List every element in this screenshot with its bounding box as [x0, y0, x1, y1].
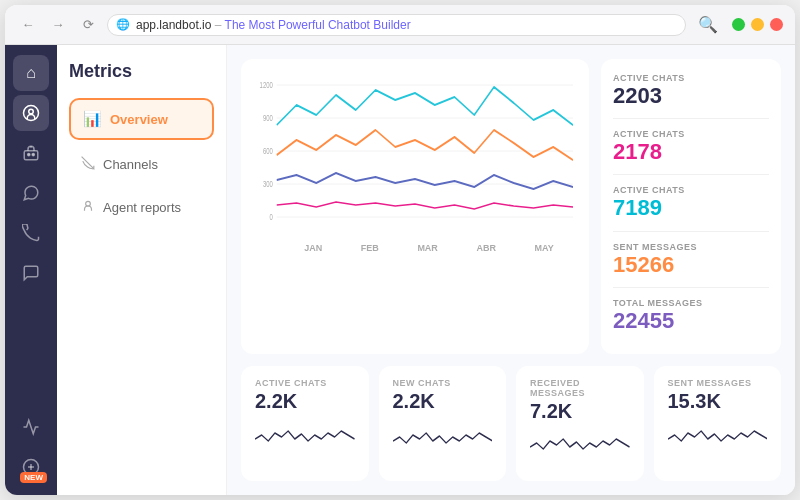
- stat-divider-3: [613, 287, 769, 288]
- svg-text:900: 900: [263, 113, 273, 124]
- svg-rect-2: [24, 151, 38, 160]
- x-label-may: MAY: [534, 243, 553, 253]
- metric-card-0-label: ACTIVE CHATS: [255, 378, 355, 388]
- stat-divider-2: [613, 231, 769, 232]
- metric-card-2-value: 7.2K: [530, 400, 630, 423]
- metric-cards: ACTIVE CHATS 2.2K NEW CHATS 2.2K: [241, 366, 781, 481]
- overview-icon: 📊: [83, 110, 102, 128]
- metric-card-1: NEW CHATS 2.2K: [379, 366, 507, 481]
- sidebar-icon-home[interactable]: ⌂: [13, 55, 49, 91]
- svg-point-1: [29, 109, 34, 114]
- svg-text:1200: 1200: [260, 80, 273, 91]
- nav-item-agent-label: Agent reports: [103, 200, 181, 215]
- sidebar-icon-broadcast[interactable]: [13, 215, 49, 251]
- maximize-button[interactable]: [732, 18, 745, 31]
- browser-window: ← → ⟳ 🌐 app.landbot.io – The Most Powerf…: [5, 5, 795, 495]
- stat-label-4: TOTAL MESSAGES: [613, 298, 769, 308]
- chart-card: 1200 900 600 300 0: [241, 59, 589, 354]
- stat-row-3: SENT MESSAGES 15266: [613, 242, 769, 277]
- sidebar-icon-chat[interactable]: [13, 95, 49, 131]
- x-label-abr: ABR: [476, 243, 496, 253]
- stat-value-0: 2203: [613, 84, 769, 108]
- stat-divider-1: [613, 174, 769, 175]
- svg-text:0: 0: [270, 212, 273, 223]
- metric-card-3-value: 15.3K: [668, 390, 768, 413]
- url-domain: app.landbot.io: [136, 18, 211, 32]
- svg-point-4: [32, 153, 34, 155]
- refresh-button[interactable]: ⟳: [77, 14, 99, 36]
- stat-row-0: ACTIVE CHATS 2203: [613, 73, 769, 108]
- stat-label-1: ACTIVE CHATS: [613, 129, 769, 139]
- url-sep: –: [215, 18, 225, 32]
- metric-card-2: RECEIVED MESSAGES 7.2K: [516, 366, 644, 481]
- stat-label-2: ACTIVE CHATS: [613, 185, 769, 195]
- nav-panel: Metrics 📊 Overview Channels Agent report…: [57, 45, 227, 495]
- stat-value-2: 7189: [613, 196, 769, 220]
- sparkline-1: [393, 419, 493, 451]
- svg-point-3: [28, 153, 30, 155]
- x-label-feb: FEB: [361, 243, 379, 253]
- nav-item-agent-reports[interactable]: Agent reports: [69, 189, 214, 226]
- stat-label-3: SENT MESSAGES: [613, 242, 769, 252]
- nav-item-channels[interactable]: Channels: [69, 146, 214, 183]
- stat-row-4: TOTAL MESSAGES 22455: [613, 298, 769, 333]
- chart-area: 1200 900 600 300 0: [257, 75, 573, 255]
- url-text: app.landbot.io – The Most Powerful Chatb…: [136, 18, 411, 32]
- stat-value-3: 15266: [613, 253, 769, 277]
- sparkline-3: [668, 419, 768, 451]
- sparkline-0: [255, 419, 355, 451]
- nav-item-channels-label: Channels: [103, 157, 158, 172]
- forward-button[interactable]: →: [47, 14, 69, 36]
- x-label-jan: JAN: [304, 243, 322, 253]
- window-controls: [732, 18, 783, 31]
- stat-row-1: ACTIVE CHATS 2178: [613, 129, 769, 164]
- metric-card-0-value: 2.2K: [255, 390, 355, 413]
- x-label-mar: MAR: [417, 243, 438, 253]
- nav-item-overview-label: Overview: [110, 112, 168, 127]
- stat-value-4: 22455: [613, 309, 769, 333]
- app-body: ⌂ NEW: [5, 45, 795, 495]
- svg-point-8: [86, 201, 91, 206]
- dashboard: 1200 900 600 300 0: [227, 45, 795, 495]
- back-button[interactable]: ←: [17, 14, 39, 36]
- stat-label-0: ACTIVE CHATS: [613, 73, 769, 83]
- svg-text:300: 300: [263, 179, 273, 190]
- sidebar: ⌂ NEW: [5, 45, 57, 495]
- sidebar-icon-whatsapp[interactable]: [13, 175, 49, 211]
- new-badge: NEW: [20, 472, 47, 483]
- x-axis-labels: JAN FEB MAR ABR MAY: [257, 243, 573, 253]
- metric-card-0: ACTIVE CHATS 2.2K: [241, 366, 369, 481]
- sidebar-icon-bot[interactable]: [13, 135, 49, 171]
- metric-card-3: SENT MESSAGES 15.3K: [654, 366, 782, 481]
- search-icon: 🔍: [698, 15, 718, 34]
- metric-card-1-label: NEW CHATS: [393, 378, 493, 388]
- nav-panel-title: Metrics: [69, 61, 214, 82]
- chart-svg: 1200 900 600 300 0: [257, 75, 573, 235]
- sidebar-icon-new-wrap: NEW: [13, 449, 49, 485]
- agent-icon: [81, 199, 95, 216]
- metric-card-2-label: RECEIVED MESSAGES: [530, 378, 630, 398]
- address-bar[interactable]: 🌐 app.landbot.io – The Most Powerful Cha…: [107, 14, 686, 36]
- close-button[interactable]: [770, 18, 783, 31]
- svg-text:600: 600: [263, 146, 273, 157]
- globe-icon: 🌐: [116, 18, 130, 31]
- browser-bar: ← → ⟳ 🌐 app.landbot.io – The Most Powerf…: [5, 5, 795, 45]
- metric-card-3-label: SENT MESSAGES: [668, 378, 768, 388]
- nav-item-overview[interactable]: 📊 Overview: [69, 98, 214, 140]
- stat-row-2: ACTIVE CHATS 7189: [613, 185, 769, 220]
- sidebar-icon-settings[interactable]: [13, 409, 49, 445]
- sparkline-2: [530, 429, 630, 461]
- content-area: Metrics 📊 Overview Channels Agent report…: [57, 45, 795, 495]
- minimize-button[interactable]: [751, 18, 764, 31]
- stat-value-1: 2178: [613, 140, 769, 164]
- channels-icon: [81, 156, 95, 173]
- metric-card-1-value: 2.2K: [393, 390, 493, 413]
- url-title: The Most Powerful Chatbot Builder: [225, 18, 411, 32]
- stats-panel: ACTIVE CHATS 2203 ACTIVE CHATS 2178 ACTI…: [601, 59, 781, 354]
- stat-divider-0: [613, 118, 769, 119]
- sidebar-icon-inbox[interactable]: [13, 255, 49, 291]
